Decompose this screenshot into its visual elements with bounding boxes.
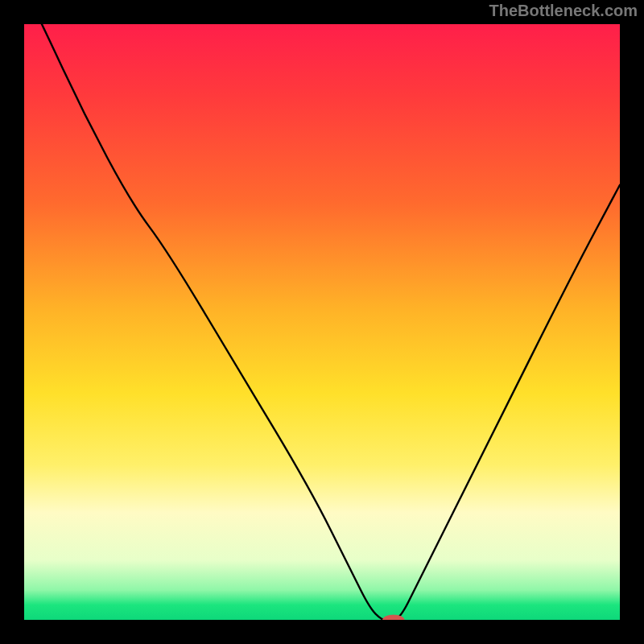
plot-area [24,24,620,620]
chart-frame: TheBottleneck.com [0,0,644,644]
plot-svg [24,24,620,620]
bottleneck-curve [24,24,620,620]
watermark-text: TheBottleneck.com [489,2,638,20]
